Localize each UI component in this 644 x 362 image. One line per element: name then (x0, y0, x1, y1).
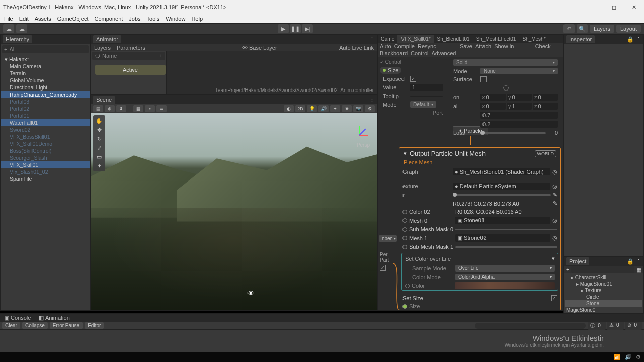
tray-icon[interactable]: 🔊 (625, 354, 632, 360)
colormode-dropdown[interactable]: Color And Alpha (455, 274, 555, 280)
setsize-toggle[interactable]: ✓ (551, 295, 557, 301)
hierarchy-item[interactable]: Vfx_Slash01_02 (1, 168, 90, 175)
menu-assets[interactable]: Assets (35, 16, 51, 22)
exposed-toggle[interactable]: ✓ (410, 76, 416, 82)
perspective-label[interactable]: Persp (357, 142, 370, 148)
animator-base-layer[interactable]: Base Layer (249, 45, 277, 51)
hand-tool-icon[interactable]: ✋ (95, 117, 104, 125)
project-item[interactable]: ▸ CharacterSkill (565, 274, 642, 281)
hierarchy-search[interactable]: + All (2, 45, 89, 53)
tool-fx-icon[interactable]: ✦ (330, 105, 340, 112)
tool-light-icon[interactable]: 💡 (307, 105, 317, 112)
number-node[interactable]: nber (379, 235, 397, 242)
surface-toggle[interactable] (480, 76, 487, 82)
hierarchy-item[interactable]: Portal02 (1, 105, 90, 112)
hierarchy-item[interactable]: Sword02 (1, 126, 90, 133)
layout-dropdown[interactable]: Layout (616, 25, 641, 33)
console-errorpause[interactable]: Error Pause (50, 322, 83, 329)
hierarchy-tree[interactable]: Hakanx* Main CameraTerrainGlobal VolumeD… (1, 55, 90, 184)
account-icon[interactable]: ☁ (3, 24, 14, 33)
mesh0-target-icon[interactable]: ◎ (552, 217, 557, 224)
menu-window[interactable]: Window (166, 16, 185, 22)
shader-field[interactable]: ● Sh_MeshStone01 (Shader Graph) (453, 168, 550, 175)
tab-mesh[interactable]: Sh_Mesh* (519, 35, 549, 43)
info-icon[interactable]: ⓘ (450, 84, 561, 92)
vfx-checkout[interactable]: Check Out (535, 43, 561, 50)
project-menu-icon[interactable]: ⋮ (636, 258, 641, 265)
maximize-button[interactable]: ◻ (604, 0, 624, 14)
menu-gameobject[interactable]: GameObject (57, 16, 89, 22)
hierarchy-item[interactable]: Directional Light (1, 84, 90, 91)
hierarchy-item[interactable]: Portal03 (1, 98, 90, 105)
submask0-slider[interactable] (455, 229, 557, 230)
menu-jobs[interactable]: Jobs (129, 16, 140, 22)
field-02[interactable]: 0.2 (480, 121, 558, 128)
menu-file[interactable]: File (4, 16, 13, 22)
tab-blendlit[interactable]: Sh_BlendLit01 (434, 35, 473, 43)
tool-local[interactable]: ⬍ (116, 105, 126, 112)
console-warn-count[interactable]: ⚠0 (607, 322, 624, 330)
close-button[interactable]: ✕ (624, 0, 644, 14)
color1-picker-icon[interactable]: ✎ (553, 200, 557, 207)
hierarchy-item[interactable]: Main Camera (1, 63, 90, 70)
animator-state-active[interactable]: Active (95, 65, 166, 75)
console-info-count[interactable]: ⓘ0 (588, 322, 606, 330)
scene-tab[interactable]: Scene (93, 96, 115, 104)
hierarchy-item[interactable]: WaterFall01 (1, 119, 90, 126)
loss-slider[interactable] (480, 132, 546, 134)
tool-camera-icon[interactable]: 📷 (353, 105, 363, 112)
gradient-field[interactable] (455, 282, 555, 289)
animator-parameters[interactable]: Parameters (117, 45, 145, 50)
cloud-icon[interactable]: ☁ (16, 24, 27, 33)
value-field[interactable]: 1 (410, 84, 443, 91)
solid-dropdown[interactable]: Solid (453, 59, 558, 66)
animator-layers[interactable]: Layers (94, 45, 111, 50)
hierarchy-item[interactable]: Terrain (1, 70, 90, 77)
search-icon[interactable]: 🔍 (577, 24, 588, 33)
texture-target-icon[interactable]: ◎ (552, 183, 557, 190)
rotate-tool-icon[interactable]: ↻ (95, 135, 104, 143)
tab-vfxskill[interactable]: VFX_Skill01* (398, 35, 434, 43)
shader-target-icon[interactable]: ◎ (552, 169, 557, 175)
tool-audio-icon[interactable]: 🔊 (318, 105, 329, 112)
tab-game[interactable]: Game (378, 35, 398, 43)
inspector-lock-icon[interactable]: 🔒 (627, 36, 634, 43)
scale-tool-icon[interactable]: ⤢ (95, 144, 104, 152)
mesh1-target-icon[interactable]: ◎ (552, 235, 557, 241)
tool-gizmos[interactable]: ⚙ (365, 105, 375, 112)
inspector-tab[interactable]: Inspector (566, 35, 595, 43)
project-item[interactable]: Circle (565, 294, 642, 300)
console-collapse[interactable]: Collapse (22, 322, 48, 329)
vfx-graph-canvas[interactable]: ✓ Control Size Exposed✓ Value1 Tooltip M… (378, 57, 563, 310)
hierarchy-item[interactable]: RahipCharacter_Gameready (1, 91, 90, 98)
mode-dropdown[interactable]: Default (410, 101, 436, 108)
animator-name-field[interactable]: ❍ Name+ (92, 52, 165, 60)
minimize-button[interactable]: — (584, 0, 604, 14)
menu-tools[interactable]: Tools (147, 16, 160, 22)
hierarchy-item[interactable]: Portal01 (1, 112, 90, 119)
samplemode-dropdown[interactable]: Over Life (455, 265, 555, 272)
scene-viewport[interactable]: ✋ ✥ ↻ ⤢ ▭ ✦ Persp 👁 (91, 113, 377, 310)
size-port[interactable] (403, 304, 407, 309)
console-editor[interactable]: Editor (85, 322, 104, 329)
hierarchy-item[interactable]: SpamFile (1, 175, 90, 183)
output-particle-block[interactable]: ▾ Output Particle Unlit Mesh WORLD Piece… (399, 147, 561, 310)
color02-port[interactable] (403, 210, 407, 214)
inspector-menu-icon[interactable]: ⋮ (636, 36, 641, 43)
move-tool-icon[interactable]: ✥ (95, 126, 104, 134)
animator-tab[interactable]: Animator (93, 35, 121, 43)
animator-graph[interactable]: TeamProject/Hakan/Models/Swords/Sword02/… (167, 51, 377, 94)
tool-drawmode[interactable]: ▤ (93, 105, 103, 112)
project-lock-icon[interactable]: 🔒 (627, 258, 634, 265)
menu-help[interactable]: Help (191, 16, 203, 22)
project-item[interactable]: Stone (565, 300, 642, 307)
tool-grid[interactable]: ▦ (133, 105, 143, 112)
size-field[interactable]: — (455, 303, 461, 309)
slider-edit-icon[interactable]: ✎ (553, 192, 557, 198)
r-slider[interactable] (453, 194, 551, 196)
tool-pivot[interactable]: ⊕ (105, 105, 115, 112)
tool-hidden-icon[interactable]: 👁 (342, 105, 352, 112)
console-search[interactable] (475, 323, 586, 329)
mesh0-field[interactable]: ▣ Stone01 (455, 217, 550, 224)
vfx-save[interactable]: Save (460, 43, 472, 50)
